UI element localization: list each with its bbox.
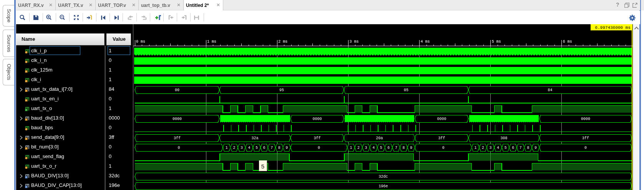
svg-text:5: 5 — [505, 146, 507, 150]
svg-text:20a: 20a — [376, 136, 383, 140]
svg-text:0: 0 — [584, 146, 587, 150]
svg-text:3 ms: 3 ms — [349, 40, 359, 44]
svg-text:32dc: 32dc — [378, 175, 388, 179]
svg-text:32a: 32a — [252, 136, 259, 140]
svg-text:2: 2 — [482, 146, 484, 150]
svg-text:3ff: 3ff — [582, 136, 589, 140]
svg-text:2: 2 — [233, 146, 235, 150]
svg-text:5: 5 — [256, 146, 258, 150]
svg-text:0: 0 — [318, 146, 320, 150]
svg-text:7: 7 — [520, 146, 522, 150]
svg-text:6: 6 — [263, 146, 266, 150]
svg-text:1: 1 — [350, 146, 352, 150]
svg-text:8: 8 — [278, 146, 281, 150]
svg-text:95: 95 — [279, 88, 284, 92]
svg-text:8: 8 — [402, 146, 405, 150]
svg-text:0000: 0000 — [581, 117, 590, 121]
svg-text:3: 3 — [241, 146, 243, 150]
svg-text:3ff: 3ff — [174, 136, 181, 140]
svg-text:2: 2 — [357, 146, 360, 150]
svg-text:3ff: 3ff — [438, 136, 445, 140]
svg-text:3: 3 — [365, 146, 367, 150]
svg-text:5: 5 — [261, 163, 264, 170]
svg-text:6: 6 — [387, 146, 390, 150]
svg-text:8: 8 — [527, 146, 529, 150]
svg-text:84: 84 — [548, 88, 552, 92]
svg-text:9: 9 — [285, 146, 288, 150]
svg-text:0000: 0000 — [173, 117, 182, 121]
svg-text:6.997436000 ms: 6.997436000 ms — [595, 25, 631, 30]
svg-text:7: 7 — [271, 146, 273, 150]
svg-text:7: 7 — [395, 146, 397, 150]
svg-text:1 ms: 1 ms — [207, 40, 216, 44]
svg-text:2 ms: 2 ms — [278, 40, 287, 44]
svg-text:0 ms: 0 ms — [136, 40, 145, 44]
svg-text:5: 5 — [380, 146, 382, 150]
svg-text:9: 9 — [410, 146, 412, 150]
svg-text:00: 00 — [175, 88, 179, 92]
svg-text:1: 1 — [474, 146, 476, 150]
svg-text:9: 9 — [534, 146, 537, 150]
svg-text:1: 1 — [226, 146, 228, 150]
svg-text:0: 0 — [442, 146, 445, 150]
svg-text:0000: 0000 — [313, 117, 322, 121]
svg-text:0: 0 — [178, 146, 180, 150]
svg-text:0000: 0000 — [437, 117, 446, 121]
svg-text:05: 05 — [404, 88, 408, 92]
svg-text:196e: 196e — [378, 184, 388, 188]
svg-text:4: 4 — [372, 146, 375, 150]
svg-text:4 ms: 4 ms — [421, 40, 430, 44]
svg-text:5 ms: 5 ms — [492, 40, 501, 44]
svg-text:3ff: 3ff — [314, 136, 321, 140]
svg-text:308: 308 — [500, 136, 507, 140]
svg-text:4: 4 — [248, 146, 250, 150]
svg-text:6: 6 — [512, 146, 514, 150]
svg-text:3: 3 — [489, 146, 491, 150]
svg-text:6 ms: 6 ms — [563, 40, 572, 44]
svg-text:4: 4 — [497, 146, 499, 150]
